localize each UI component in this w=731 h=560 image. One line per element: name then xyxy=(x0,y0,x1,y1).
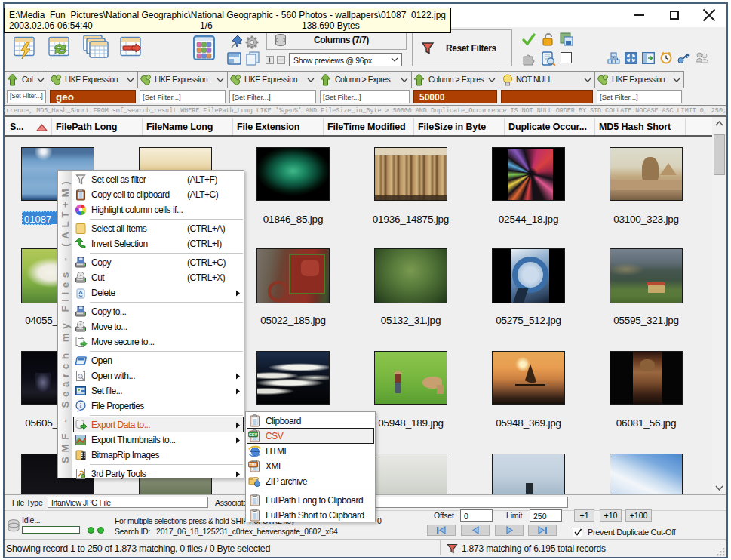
svg-text:XML: XML xyxy=(249,463,258,467)
svg-text:CSV: CSV xyxy=(249,432,258,437)
